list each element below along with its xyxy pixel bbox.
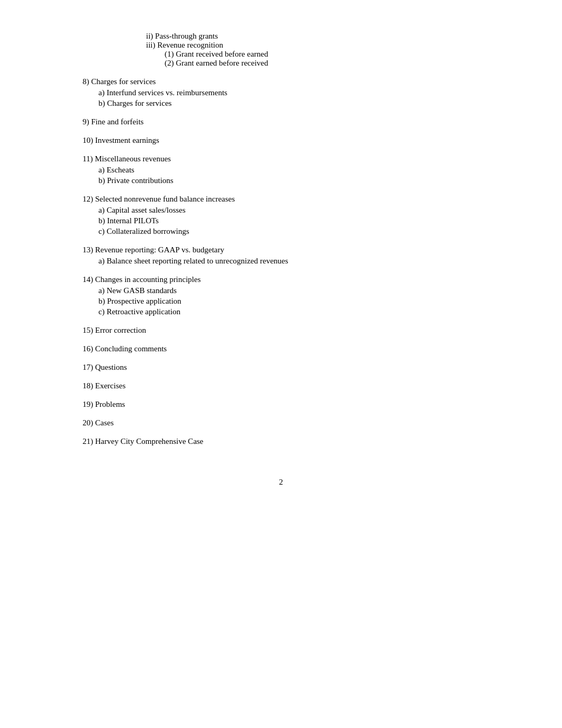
- item-iii-text: iii) Revenue recognition: [146, 41, 223, 49]
- sections-container: 8) Charges for services a) Interfund ser…: [83, 77, 479, 446]
- section-18: 18) Exercises: [83, 381, 479, 390]
- list-item: b) Prospective application: [98, 297, 479, 306]
- list-item: a) Interfund services vs. reimbursements: [98, 88, 479, 97]
- section-16-title: 16) Concluding comments: [83, 344, 479, 353]
- section-10: 10) Investment earnings: [83, 136, 479, 145]
- section-13-list: a) Balance sheet reporting related to un…: [83, 257, 479, 266]
- page-number-text: 2: [279, 478, 283, 486]
- section-17-title: 17) Questions: [83, 363, 479, 372]
- section-20: 20) Cases: [83, 418, 479, 427]
- section-21-title: 21) Harvey City Comprehensive Case: [83, 437, 479, 446]
- page: ii) Pass-through grants iii) Revenue rec…: [83, 0, 479, 728]
- section-8-list: a) Interfund services vs. reimbursements…: [83, 88, 479, 108]
- section-11: 11) Miscellaneous revenues a) Escheats b…: [83, 154, 479, 185]
- section-12-title: 12) Selected nonrevenue fund balance inc…: [83, 195, 479, 204]
- section-9: 9) Fine and forfeits: [83, 117, 479, 126]
- section-16: 16) Concluding comments: [83, 344, 479, 353]
- list-item: a) New GASB standards: [98, 286, 479, 295]
- section-19-title: 19) Problems: [83, 400, 479, 409]
- section-13-title: 13) Revenue reporting: GAAP vs. budgetar…: [83, 245, 479, 254]
- section-20-title: 20) Cases: [83, 418, 479, 427]
- section-8-title: 8) Charges for services: [83, 77, 479, 86]
- section-18-title: 18) Exercises: [83, 381, 479, 390]
- item-ii-text: ii) Pass-through grants: [146, 32, 218, 40]
- section-19: 19) Problems: [83, 400, 479, 409]
- section-11-title: 11) Miscellaneous revenues: [83, 154, 479, 163]
- section-14-list: a) New GASB standards b) Prospective app…: [83, 286, 479, 316]
- list-item: c) Collateralized borrowings: [98, 227, 479, 236]
- list-item: b) Private contributions: [98, 176, 479, 185]
- section-9-title: 9) Fine and forfeits: [83, 117, 479, 126]
- section-10-title: 10) Investment earnings: [83, 136, 479, 145]
- section-14-title: 14) Changes in accounting principles: [83, 275, 479, 284]
- section-17: 17) Questions: [83, 363, 479, 372]
- section-14: 14) Changes in accounting principles a) …: [83, 275, 479, 316]
- section-21: 21) Harvey City Comprehensive Case: [83, 437, 479, 446]
- item-sub1-text: (1) Grant received before earned: [165, 50, 268, 58]
- item-ii: ii) Pass-through grants: [83, 32, 479, 41]
- section-12: 12) Selected nonrevenue fund balance inc…: [83, 195, 479, 236]
- section-13: 13) Revenue reporting: GAAP vs. budgetar…: [83, 245, 479, 266]
- item-iii: iii) Revenue recognition: [83, 41, 479, 50]
- item-sub2: (2) Grant earned before received: [83, 59, 479, 68]
- page-number: 2: [83, 478, 479, 487]
- section-15-title: 15) Error correction: [83, 326, 479, 335]
- item-sub1: (1) Grant received before earned: [83, 50, 479, 59]
- list-item: b) Charges for services: [98, 99, 479, 108]
- list-item: a) Capital asset sales/losses: [98, 206, 479, 215]
- section-8: 8) Charges for services a) Interfund ser…: [83, 77, 479, 108]
- list-item: a) Balance sheet reporting related to un…: [98, 257, 479, 266]
- section-11-list: a) Escheats b) Private contributions: [83, 166, 479, 185]
- item-sub2-text: (2) Grant earned before received: [165, 59, 268, 67]
- list-item: b) Internal PILOTs: [98, 216, 479, 225]
- section-12-list: a) Capital asset sales/losses b) Interna…: [83, 206, 479, 236]
- top-block: ii) Pass-through grants iii) Revenue rec…: [83, 32, 479, 68]
- section-15: 15) Error correction: [83, 326, 479, 335]
- list-item: c) Retroactive application: [98, 307, 479, 316]
- list-item: a) Escheats: [98, 166, 479, 175]
